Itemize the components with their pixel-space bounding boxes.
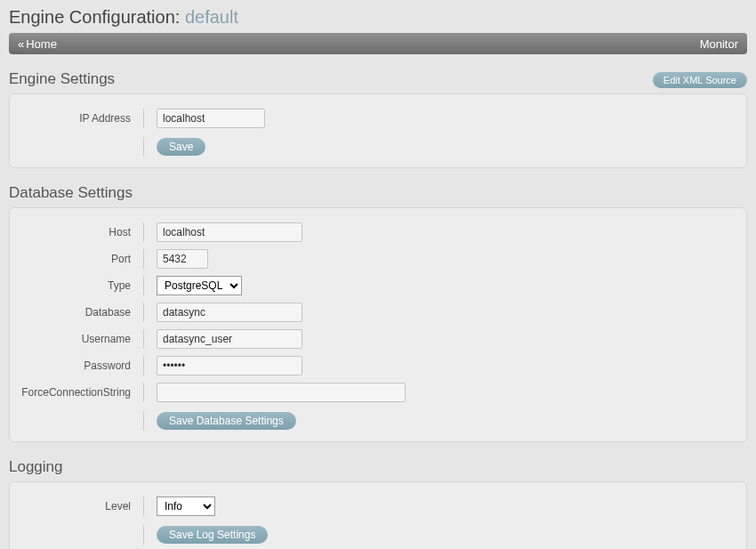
monitor-link[interactable]: Monitor: [700, 37, 738, 51]
db-password-label: Password: [10, 359, 143, 372]
db-type-select[interactable]: PostgreSQL: [157, 276, 242, 295]
log-level-label: Level: [10, 500, 143, 513]
logging-title: Logging: [9, 458, 63, 476]
db-host-input[interactable]: [157, 222, 302, 242]
page-title-suffix: default: [185, 7, 238, 27]
db-database-input[interactable]: [157, 303, 302, 322]
engine-settings-title: Engine Settings: [9, 70, 115, 88]
db-fcs-input[interactable]: [157, 383, 406, 402]
db-username-label: Username: [10, 333, 143, 345]
db-username-input[interactable]: [157, 329, 302, 349]
home-link-label: Home: [26, 37, 57, 51]
db-fcs-label: ForceConnectionString: [10, 386, 143, 399]
home-link[interactable]: «Home: [18, 37, 57, 51]
database-settings-title: Database Settings: [9, 184, 133, 202]
database-settings-panel: Host Port Type PostgreSQL Database: [9, 207, 747, 442]
breadcrumb: «Home Monitor: [9, 33, 747, 54]
logging-save-button[interactable]: Save Log Settings: [157, 526, 268, 544]
db-port-label: Port: [10, 253, 143, 265]
page-title-prefix: Engine Configuration:: [9, 7, 180, 27]
page-title: Engine Configuration: default: [9, 7, 747, 28]
db-type-label: Type: [10, 279, 143, 292]
log-level-select[interactable]: Info: [157, 497, 215, 516]
db-port-input[interactable]: [157, 249, 208, 269]
db-password-input[interactable]: [157, 356, 302, 375]
arrow-left-icon: «: [18, 37, 24, 51]
db-database-label: Database: [10, 306, 143, 319]
db-host-label: Host: [10, 226, 143, 238]
ip-address-input[interactable]: [157, 109, 265, 128]
engine-settings-panel: IP Address Save: [9, 93, 747, 168]
ip-address-label: IP Address: [10, 112, 143, 125]
engine-save-button[interactable]: Save: [157, 138, 205, 156]
edit-xml-source-button[interactable]: Edit XML Source: [653, 72, 747, 88]
database-save-button[interactable]: Save Database Settings: [157, 412, 296, 430]
logging-panel: Level Info Save Log Settings: [9, 481, 747, 549]
